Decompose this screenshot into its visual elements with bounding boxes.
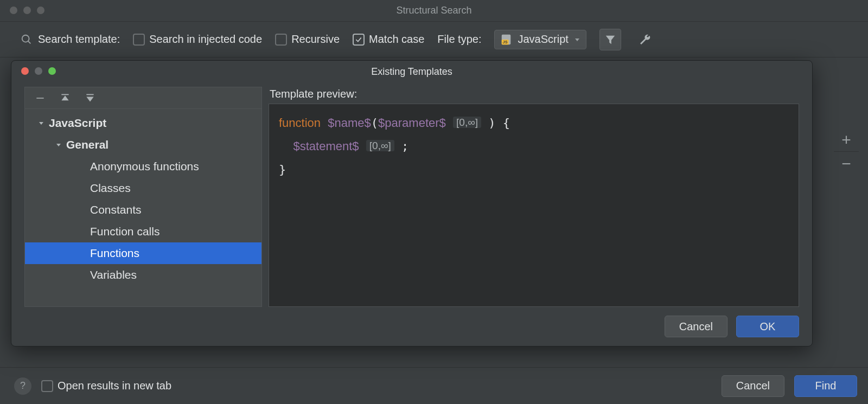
wrench-icon [639,33,652,46]
tree-node-item-selected[interactable]: Functions [25,242,261,264]
filter-icon [604,34,616,46]
traffic-minimize-icon[interactable] [23,7,31,14]
code-range-badge: [0,∞] [453,117,481,128]
dialog-title: Existing Templates [371,66,452,78]
chevron-down-icon [36,120,47,126]
tree-node-label: Classes [90,182,131,195]
checkbox-box-icon [133,34,145,46]
filetype-dropdown[interactable]: JS JavaScript [494,30,586,49]
traffic-close-icon[interactable] [10,7,17,14]
checkbox-box-icon [353,34,365,46]
svg-marker-12 [39,122,43,125]
svg-marker-5 [575,39,579,41]
tree-node-label: General [66,138,108,151]
template-preview-code: function $name$($parameter$ [0,∞] ) { $s… [269,104,799,307]
code-name-var: $name$ [328,116,371,130]
tree-node-label: Function calls [90,225,159,238]
code-keyword: function [279,116,321,130]
js-file-icon: JS [500,34,512,46]
tree-node-label: Variables [90,268,137,281]
traffic-zoom-icon[interactable] [48,67,56,75]
template-tree[interactable]: JavaScript General Anonymous functions C… [25,109,261,306]
help-button[interactable]: ? [14,377,31,395]
right-tool-strip: + − [831,128,861,176]
chevron-down-icon [53,142,64,148]
match-case-label: Match case [369,33,424,46]
tree-node-label: JavaScript [49,117,106,130]
template-tree-panel: JavaScript General Anonymous functions C… [24,87,262,307]
outer-footer: ? Open results in new tab Cancel Find [0,367,868,404]
checkbox-box-icon [275,34,287,46]
filetype-value: JavaScript [518,33,568,46]
recursive-label: Recursive [291,33,340,46]
existing-templates-dialog: Existing Templates [11,60,813,347]
search-icon [21,34,33,46]
tree-node-item[interactable]: Variables [25,264,261,286]
filter-button[interactable] [599,29,621,50]
code-range-badge: [0,∞] [366,140,394,151]
dialog-titlebar: Existing Templates [11,61,812,82]
tree-node-item[interactable]: Classes [25,177,261,199]
svg-text:JS: JS [503,40,508,44]
structural-search-window: Structural Search Search template: Searc… [0,0,868,404]
svg-marker-6 [606,35,615,44]
tree-node-label: Anonymous functions [90,160,199,173]
tree-node-item[interactable]: Function calls [25,221,261,242]
recursive-checkbox[interactable]: Recursive [275,33,340,46]
collapse-icon[interactable] [35,93,46,104]
chevron-down-icon [574,36,580,43]
ok-button[interactable]: OK [736,316,799,337]
svg-marker-11 [87,97,93,101]
tree-node-root[interactable]: JavaScript [25,112,261,134]
code-statement-var: $statement$ [293,139,359,153]
cancel-button[interactable]: Cancel [665,316,727,337]
outer-body: + − Existing Templates [0,57,868,367]
code-param-var: $parameter$ [378,116,446,130]
injected-code-label: Search in injected code [149,33,262,46]
settings-button[interactable] [634,29,656,50]
tree-node-group[interactable]: General [25,134,261,156]
preview-panel: Template preview: function $name$($param… [269,87,799,307]
checkbox-box-icon [41,380,53,392]
expand-all-icon[interactable] [60,93,71,104]
add-button[interactable]: + [834,128,859,152]
injected-code-checkbox[interactable]: Search in injected code [133,33,262,46]
collapse-all-icon[interactable] [85,93,95,104]
tree-node-label: Functions [90,247,139,260]
window-titlebar: Structural Search [0,0,868,22]
traffic-close-icon[interactable] [21,67,29,75]
remove-button[interactable]: − [834,152,859,176]
window-traffic-lights [10,7,44,14]
match-case-checkbox[interactable]: Match case [353,33,424,46]
preview-label: Template preview: [269,87,799,104]
open-new-tab-label: Open results in new tab [58,380,171,392]
svg-line-1 [28,41,31,43]
search-options-row: Search template: Search in injected code… [0,22,868,57]
svg-point-0 [22,35,29,42]
svg-marker-9 [62,96,68,100]
search-template-label: Search template: [21,33,120,46]
traffic-zoom-icon[interactable] [37,7,44,14]
tree-node-item[interactable]: Anonymous functions [25,156,261,177]
tree-toolbar [25,87,261,109]
tree-node-item[interactable]: Constants [25,199,261,221]
help-icon: ? [20,380,25,392]
cancel-button[interactable]: Cancel [722,375,784,397]
traffic-minimize-icon[interactable] [35,67,42,75]
dialog-traffic-lights [21,67,56,75]
open-new-tab-checkbox[interactable]: Open results in new tab [41,380,171,392]
find-button[interactable]: Find [794,375,857,397]
dialog-footer: Cancel OK [11,307,812,346]
tree-node-label: Constants [90,203,142,216]
dialog-body: JavaScript General Anonymous functions C… [11,82,812,307]
svg-marker-13 [56,144,61,146]
window-title: Structural Search [396,5,471,16]
search-template-text: Search template: [38,33,120,46]
filetype-label: File type: [437,33,481,46]
